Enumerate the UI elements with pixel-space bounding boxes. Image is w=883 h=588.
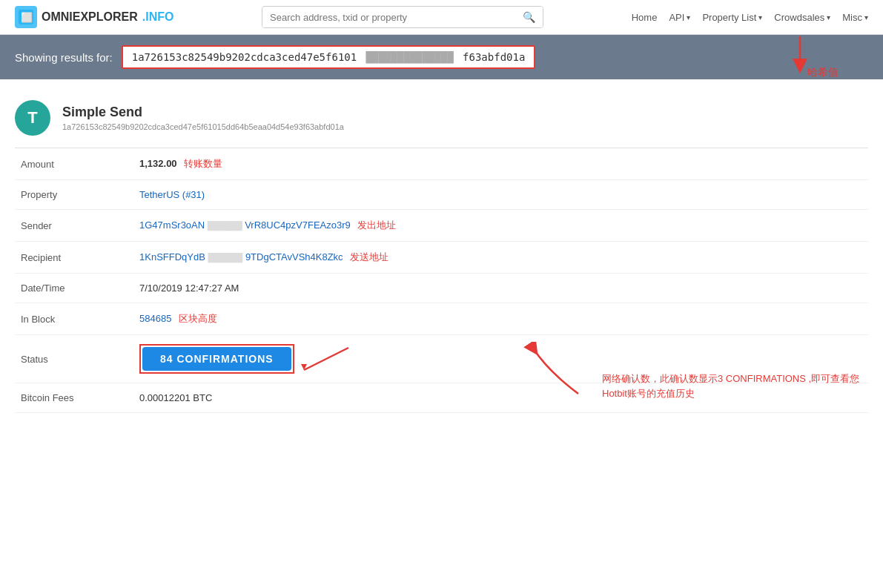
hash-end: f63abfd01a [463,51,525,63]
brand-logo: ⬜ [15,6,37,28]
inblock-label: In Block [15,303,133,335]
nav-links: Home API ▾ Property List ▾ Crowdsales ▾ … [632,12,868,23]
results-label: Showing results for: [15,51,113,64]
sender-annotation: 发出地址 [357,219,396,231]
navbar: ⬜ OMNIEXPLORER.INFO 🔍 Home API ▾ Propert… [0,0,883,35]
row-sender: Sender 1G47mSr3oAN ██████ VrR8UC4pzV7FEA… [15,210,868,242]
brand-info-text: .INFO [142,10,174,24]
row-datetime: Date/Time 7/10/2019 12:47:27 AM [15,274,868,303]
hash-box: 1a726153c82549b9202cdca3ced47e5f6101 ███… [122,45,536,69]
recipient-label: Recipient [15,242,133,274]
recipient-redacted: ██████ [208,253,243,262]
crowdsales-caret: ▾ [827,13,830,22]
hash-annotation: 哈希值 [770,36,839,79]
row-inblock: In Block 584685 区块高度 [15,303,868,335]
misc-caret: ▾ [864,13,868,22]
amount-value: 1,132.00 转账数量 [133,148,868,180]
omnifees-value: 0.00 OMNI [133,413,868,417]
nav-home[interactable]: Home [632,12,658,23]
tx-type: Simple Send [62,105,344,120]
row-recipient: Recipient 1KnSFFDqYdB ██████ 9TDgCTAvVSh… [15,242,868,274]
sender-link[interactable]: 1G47mSr3oAN ██████ VrR8UC4pzV7FEAzo3r9 [139,219,353,231]
api-caret: ▾ [687,13,690,22]
hash-start: 1a726153c82549b9202cdca3ced47e5f6101 [132,51,357,63]
amount-label: Amount [15,148,133,180]
status-wrapper: 84 CONFIRMATIONS [139,344,294,374]
sender-redacted: ██████ [208,221,242,230]
sender-value: 1G47mSr3oAN ██████ VrR8UC4pzV7FEAzo3r9 发… [133,210,868,242]
property-link[interactable]: TetherUS (#31) [139,189,205,200]
sender-label: Sender [15,210,133,242]
brand-omni-text: OMNIEXPLORER [42,10,138,24]
bottom-annotation-text: 网络确认数，此确认数显示3 CONFIRMATIONS ,即可查看您Hotbit… [602,371,868,400]
bottom-annotation-area: 网络确认数，此确认数显示3 CONFIRMATIONS ,即可查看您Hotbit… [274,349,868,401]
tx-full-hash: 1a726153c82549b9202cdca3ced47e5f61015dd6… [62,122,344,131]
search-bar: 🔍 [262,6,543,28]
nav-misc[interactable]: Misc ▾ [842,12,868,23]
tx-header: T Simple Send 1a726153c82549b9202cdca3ce… [15,91,868,148]
datetime-value: 7/10/2019 12:47:27 AM [133,274,868,303]
nav-property-list[interactable]: Property List ▾ [702,12,762,23]
annotation-note-wrapper: 网络确认数，此确认数显示3 CONFIRMATIONS ,即可查看您Hotbit… [519,349,868,401]
row-property: Property TetherUS (#31) [15,180,868,210]
svg-text:⬜: ⬜ [21,11,33,24]
page-wrapper: ⬜ OMNIEXPLORER.INFO 🔍 Home API ▾ Propert… [0,0,883,416]
tx-info: Simple Send 1a726153c82549b9202cdca3ced4… [62,105,344,131]
row-amount: Amount 1,132.00 转账数量 [15,148,868,180]
block-link[interactable]: 584685 [139,313,171,324]
btcfees-label: Bitcoin Fees [15,383,133,413]
status-label: Status [15,335,133,383]
nav-crowdsales[interactable]: Crowdsales ▾ [774,12,830,23]
brand: ⬜ OMNIEXPLORER.INFO [15,6,173,28]
search-input[interactable] [262,7,515,27]
nav-api[interactable]: API ▾ [669,12,690,23]
hash-ellipsis: ██████████████ [366,51,454,63]
main-content: T Simple Send 1a726153c82549b9202cdca3ce… [0,91,883,416]
tx-icon: T [15,100,50,136]
results-bar: Showing results for: 1a726153c82549b9202… [0,35,883,79]
recipient-link[interactable]: 1KnSFFDqYdB ██████ 9TDgCTAvVSh4K8Zkc [139,251,345,262]
recipient-annotation: 发送地址 [350,251,388,262]
search-button[interactable]: 🔍 [515,7,543,27]
confirmations-border-box: 84 CONFIRMATIONS [139,344,294,374]
hash-annotation-text: 哈希值 [807,66,839,79]
amount-annotation: 转账数量 [184,158,222,169]
bottom-arrow-svg [519,342,593,401]
omnifees-label: Omni Layer Fees [15,413,133,417]
row-omnifees: Omni Layer Fees 0.00 OMNI [15,413,868,417]
property-list-caret: ▾ [758,13,762,22]
recipient-value: 1KnSFFDqYdB ██████ 9TDgCTAvVSh4K8Zkc 发送地… [133,242,868,274]
property-value: TetherUS (#31) [133,180,868,210]
inblock-value: 584685 区块高度 [133,303,868,335]
property-label: Property [15,180,133,210]
datetime-label: Date/Time [15,274,133,303]
confirmations-button[interactable]: 84 CONFIRMATIONS [142,347,291,371]
inblock-annotation: 区块高度 [179,313,217,324]
